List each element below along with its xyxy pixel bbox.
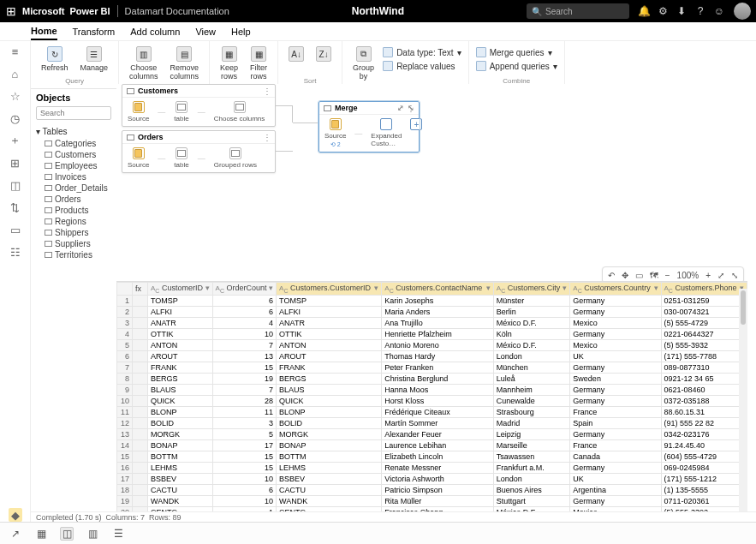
step-table[interactable]: table xyxy=(174,101,188,123)
doc-breadcrumb[interactable]: Datamart Documentation xyxy=(125,6,229,16)
step-choose-columns[interactable]: Choose columns xyxy=(214,101,265,123)
cell[interactable]: AROUT xyxy=(277,350,382,362)
table-row[interactable]: 7FRANK15FRANKPeter FrankenMünchenGermany… xyxy=(117,362,747,373)
fullscreen-out-icon[interactable]: ⤡ xyxy=(731,271,738,280)
cell[interactable]: 10 xyxy=(212,495,277,506)
cell[interactable]: Mexico xyxy=(570,317,661,328)
cell[interactable]: 15 xyxy=(212,462,277,473)
cell[interactable]: Spain xyxy=(570,417,661,428)
clock-icon[interactable]: ◷ xyxy=(9,111,22,125)
cell[interactable]: BLONP xyxy=(277,406,382,417)
cell[interactable]: BONAP xyxy=(277,439,382,451)
cell[interactable]: CACTU xyxy=(277,484,382,495)
cell[interactable]: QUICK xyxy=(277,395,382,406)
cell[interactable]: Patricio Simpson xyxy=(382,484,494,495)
cell[interactable]: Canada xyxy=(570,451,661,462)
table-row[interactable]: 13MORGK5MORGKAlexander FeuerLeipzigGerma… xyxy=(117,428,747,439)
step-source[interactable]: Source⟲ 2 xyxy=(324,118,346,148)
cell[interactable]: BLONP xyxy=(148,406,213,417)
dataflow-icon[interactable]: ◫ xyxy=(9,178,22,192)
cell[interactable]: Rita Müller xyxy=(382,495,494,506)
row-number-header[interactable] xyxy=(117,283,133,296)
cell[interactable]: BOLID xyxy=(148,417,213,428)
tab-help[interactable]: Help xyxy=(231,24,251,39)
cell[interactable]: ANATR xyxy=(277,317,382,328)
tab-home[interactable]: Home xyxy=(31,23,57,40)
grid-view-icon[interactable]: ▦ xyxy=(34,527,48,541)
cell[interactable]: ANTON xyxy=(277,339,382,350)
help-icon[interactable]: ? xyxy=(691,5,710,17)
column-header[interactable]: AC Customers.CustomerID ▾ xyxy=(277,283,382,296)
cell[interactable]: BERGS xyxy=(277,373,382,384)
remove-columns-button[interactable]: ▤Remove columns xyxy=(167,45,203,82)
cell[interactable]: 6 xyxy=(212,306,277,317)
cell[interactable]: 0342-023176 xyxy=(661,428,747,439)
list-view-icon[interactable]: ☰ xyxy=(111,527,125,541)
export-icon[interactable]: ↗ xyxy=(9,527,22,541)
cell[interactable]: BOLID xyxy=(277,417,382,428)
cell[interactable]: Münster xyxy=(493,295,570,306)
cell[interactable]: 0221-0644327 xyxy=(661,328,747,339)
cell[interactable]: München xyxy=(493,362,570,373)
cell[interactable]: Germany xyxy=(570,384,661,395)
objects-search[interactable] xyxy=(36,106,111,120)
cell[interactable]: ALFKI xyxy=(148,306,213,317)
table-row[interactable]: 1TOMSP6TOMSPKarin JosephsMünsterGermany0… xyxy=(117,295,747,306)
table-item[interactable]: Invoices xyxy=(36,171,111,182)
table-row[interactable]: 18CACTU6CACTUPatricio SimpsonBuenos Aire… xyxy=(117,484,747,495)
merge-queries-button[interactable]: Merge queries▾ xyxy=(476,46,557,58)
cell[interactable]: Luleå xyxy=(493,373,570,384)
plus-icon[interactable]: ＋ xyxy=(9,134,22,147)
group-by-button[interactable]: ⧉Group by xyxy=(349,45,378,82)
cell[interactable]: UK xyxy=(570,350,661,362)
node-merge[interactable]: Merge ⤢ ⤡ ⋮ Source⟲ 2 — Expanded Custo… … xyxy=(318,101,420,152)
replace-values-button[interactable]: Replace values xyxy=(383,60,461,72)
cell[interactable]: UK xyxy=(570,473,661,484)
cell[interactable]: BLAUS xyxy=(148,384,213,395)
cell[interactable]: Karin Josephs xyxy=(382,295,494,306)
cell[interactable]: London xyxy=(493,473,570,484)
cell[interactable]: BOTTM xyxy=(277,451,382,462)
map-icon[interactable]: 🗺 xyxy=(650,271,658,280)
home-icon[interactable]: ⌂ xyxy=(9,67,22,81)
table-row[interactable]: 19WANDK10WANDKRita MüllerStuttgartGerman… xyxy=(117,495,747,506)
table-item[interactable]: Categories xyxy=(36,138,111,149)
step-add[interactable]: + xyxy=(410,118,422,148)
cell[interactable]: Mexico xyxy=(570,339,661,350)
cell[interactable]: Martín Sommer xyxy=(382,417,494,428)
cell[interactable]: Elizabeth Lincoln xyxy=(382,451,494,462)
settings-icon[interactable]: ⚙ xyxy=(653,5,672,17)
column-header[interactable]: AC Customers.City ▾ xyxy=(493,283,570,296)
cell[interactable]: OTTIK xyxy=(148,328,213,339)
cell[interactable]: Germany xyxy=(570,328,661,339)
cell[interactable]: 089-0877310 xyxy=(661,362,747,373)
cell[interactable]: 88.60.15.31 xyxy=(661,406,747,417)
cell[interactable]: 030-0074321 xyxy=(661,306,747,317)
cell[interactable]: Laurence Lebihan xyxy=(382,439,494,451)
cell[interactable]: TOMSP xyxy=(277,295,382,306)
cell[interactable]: Germany xyxy=(570,362,661,373)
cell[interactable]: London xyxy=(493,350,570,362)
append-queries-button[interactable]: Append queries▾ xyxy=(476,60,557,72)
grid-icon[interactable]: ⊞ xyxy=(9,156,22,170)
cell[interactable]: 13 xyxy=(212,350,277,362)
cell[interactable]: Buenos Aires xyxy=(493,484,570,495)
table-row[interactable]: 16LEHMS15LEHMSRenate MessnerFrankfurt a.… xyxy=(117,462,747,473)
fit-icon[interactable]: ▭ xyxy=(635,271,643,280)
cell[interactable]: 7 xyxy=(212,339,277,350)
column-header[interactable]: AC OrderCount ▾ xyxy=(212,283,277,296)
table-item[interactable]: Orders xyxy=(36,194,111,205)
table-row[interactable]: 5ANTON7ANTONAntonio MorenoMéxico D.F.Mex… xyxy=(117,339,747,350)
table-item[interactable]: Order_Details xyxy=(36,182,111,194)
column-header[interactable]: AC Customers.Country ▾ xyxy=(570,283,661,296)
cell[interactable]: BONAP xyxy=(148,439,213,451)
cell[interactable]: Tsawassen xyxy=(493,451,570,462)
cell[interactable]: 15 xyxy=(212,362,277,373)
cell[interactable]: BLAUS xyxy=(277,384,382,395)
star-icon[interactable]: ☆ xyxy=(9,89,22,103)
cell[interactable]: 069-0245984 xyxy=(661,462,747,473)
cell[interactable]: WANDK xyxy=(277,495,382,506)
current-workspace-icon[interactable]: ◆ xyxy=(9,508,22,522)
cell[interactable]: WANDK xyxy=(148,495,213,506)
cell[interactable]: FRANK xyxy=(277,362,382,373)
